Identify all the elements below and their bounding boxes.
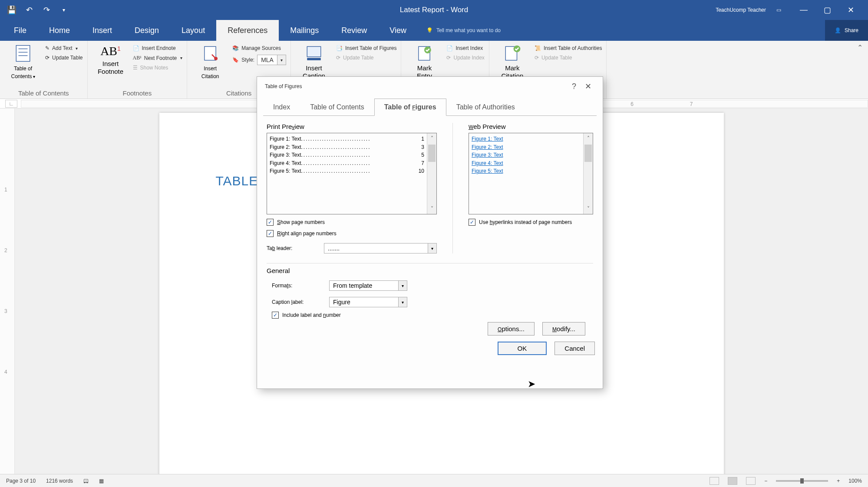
tof-icon: 📑	[336, 45, 343, 51]
next-footnote-icon: AB¹	[133, 55, 142, 61]
caption-label-select[interactable]: Figure▾	[329, 297, 407, 307]
checkbox-checked-icon: ✓	[267, 230, 274, 237]
show-page-numbers-checkbox[interactable]: ✓Show page numbers	[267, 219, 437, 226]
dialog-help-button[interactable]: ?	[567, 82, 581, 91]
scroll-thumb[interactable]	[428, 145, 436, 162]
web-preview-content: Figure 1: TextFigure 2: TextFigure 3: Te…	[469, 133, 583, 214]
dialog-tab-toc[interactable]: Table of Contents	[300, 99, 374, 116]
save-icon[interactable]: 💾	[7, 5, 17, 15]
word-count[interactable]: 1216 words	[46, 478, 73, 484]
tab-view[interactable]: View	[378, 20, 418, 41]
update-toc-button[interactable]: ⟳Update Table	[45, 55, 83, 61]
page-indicator[interactable]: Page 3 of 10	[6, 478, 36, 484]
share-button[interactable]: 👤 Share	[825, 20, 868, 41]
chevron-down-icon[interactable]: ▾	[398, 297, 407, 307]
table-of-contents-button[interactable]: Table of Contents▾	[4, 43, 42, 89]
show-notes-button[interactable]: ☰Show Notes	[133, 65, 183, 71]
update-index-icon: ⟳	[446, 55, 451, 61]
style-selector[interactable]: 🔖 Style: MLA▾	[232, 55, 286, 65]
tab-layout[interactable]: Layout	[170, 20, 216, 41]
add-text-button[interactable]: ✎Add Text▾	[45, 45, 83, 51]
scroll-up-icon[interactable]: ˄	[427, 133, 436, 144]
print-layout-button[interactable]	[728, 477, 737, 485]
tab-review[interactable]: Review	[330, 20, 378, 41]
tab-home[interactable]: Home	[38, 20, 81, 41]
dialog-close-button[interactable]: ✕	[581, 82, 595, 91]
tab-selector[interactable]: ∟	[5, 100, 17, 108]
ribbon-tabs: File Home Insert Design Layout Reference…	[0, 20, 868, 41]
zoom-out-button[interactable]: −	[764, 478, 767, 484]
scroll-up-icon[interactable]: ˄	[584, 133, 593, 144]
tell-me-search[interactable]: 💡 Tell me what you want to do	[418, 20, 501, 41]
tab-file[interactable]: File	[3, 20, 38, 41]
web-preview-label: Web Preview	[469, 123, 593, 130]
close-button[interactable]: ✕	[845, 5, 856, 15]
redo-icon[interactable]: ↷	[42, 5, 51, 15]
include-label-checkbox[interactable]: ✓Include label and number	[272, 312, 593, 319]
maximize-button[interactable]: ▢	[822, 5, 832, 15]
next-footnote-button[interactable]: AB¹Next Footnote▾	[133, 55, 183, 61]
modify-button[interactable]: Modify...	[542, 322, 585, 336]
read-mode-button[interactable]	[710, 477, 719, 485]
update-toa-button[interactable]: ⟳Update Table	[535, 55, 602, 61]
print-preview-box: Figure 1: Text..........................…	[267, 133, 437, 214]
right-align-checkbox[interactable]: ✓Right align page numbers	[267, 230, 437, 237]
update-index-button[interactable]: ⟳Update Index	[446, 55, 484, 61]
insert-tof-button[interactable]: 📑Insert Table of Figures	[336, 45, 397, 51]
chevron-down-icon[interactable]: ▾	[428, 244, 436, 253]
style-icon: 🔖	[232, 57, 239, 63]
tab-leader-label: Tab leader:	[267, 245, 319, 251]
tab-leader-select[interactable]: .......▾	[324, 243, 437, 253]
web-preview-scrollbar[interactable]: ˄ ˅	[583, 133, 593, 214]
insert-toa-button[interactable]: 📜Insert Table of Authorities	[535, 45, 602, 51]
cancel-button[interactable]: Cancel	[554, 342, 595, 355]
ribbon-display-icon[interactable]: ▭	[776, 7, 781, 13]
update-tof-button[interactable]: ⟳Update Table	[336, 55, 397, 61]
options-button[interactable]: Options...	[488, 322, 535, 336]
style-value: MLA	[257, 56, 277, 63]
update-toc-label: Update Table	[52, 55, 83, 61]
macro-icon[interactable]: ▦	[99, 478, 104, 484]
chevron-down-icon[interactable]: ▾	[277, 55, 286, 65]
toa-icon: 📜	[535, 45, 541, 51]
tab-references[interactable]: References	[216, 20, 279, 41]
table-of-figures-dialog: Table of Figures ? ✕ Index Table of Cont…	[257, 76, 603, 389]
insert-citation-button[interactable]: Insert Citation	[191, 43, 229, 89]
print-preview-label: Print Preview	[267, 123, 437, 130]
insert-endnote-button[interactable]: 📄Insert Endnote	[133, 45, 183, 51]
formats-select[interactable]: From template▾	[329, 280, 407, 291]
tab-insert[interactable]: Insert	[81, 20, 123, 41]
qat-customize-icon[interactable]: ▾	[59, 5, 69, 15]
scroll-down-icon[interactable]: ˅	[427, 204, 436, 214]
collapse-ribbon-icon[interactable]: ⌃	[857, 43, 863, 52]
svg-rect-0	[16, 46, 30, 62]
dialog-tab-tof[interactable]: Table of Figures	[374, 99, 446, 116]
scroll-thumb[interactable]	[584, 145, 592, 162]
print-preview-content: Figure 1: Text..........................…	[267, 133, 427, 214]
zoom-level[interactable]: 100%	[848, 478, 862, 484]
web-layout-button[interactable]	[746, 477, 756, 485]
tab-mailings[interactable]: Mailings	[279, 20, 330, 41]
zoom-in-button[interactable]: +	[837, 478, 840, 484]
formats-value: From template	[330, 282, 376, 289]
spellcheck-icon[interactable]: 🕮	[83, 478, 89, 484]
ok-button[interactable]: OK	[498, 342, 547, 355]
tab-design[interactable]: Design	[123, 20, 170, 41]
manage-sources-button[interactable]: 📚Manage Sources	[232, 45, 286, 51]
use-hyperlinks-checkbox[interactable]: ✓Use hyperlinks instead of page numbers	[469, 219, 593, 226]
dialog-tab-index[interactable]: Index	[263, 99, 300, 116]
undo-icon[interactable]: ↶	[24, 5, 34, 15]
window-title: Latest Report - Word	[400, 6, 468, 14]
insert-footnote-button[interactable]: AB1 Insert Footnote	[92, 43, 129, 89]
user-name[interactable]: TeachUcomp Teacher	[716, 7, 766, 13]
insert-index-button[interactable]: 📄Insert Index	[446, 45, 484, 51]
print-preview-scrollbar[interactable]: ˄ ˅	[427, 133, 436, 214]
minimize-button[interactable]: —	[799, 5, 809, 15]
scroll-down-icon[interactable]: ˅	[584, 204, 593, 214]
dialog-tab-toa[interactable]: Table of Authorities	[446, 99, 525, 116]
chevron-down-icon[interactable]: ▾	[398, 281, 407, 290]
zoom-slider[interactable]	[776, 480, 828, 482]
svg-point-5	[214, 57, 218, 60]
citation-icon	[201, 44, 219, 63]
update-tof-icon: ⟳	[336, 55, 340, 61]
